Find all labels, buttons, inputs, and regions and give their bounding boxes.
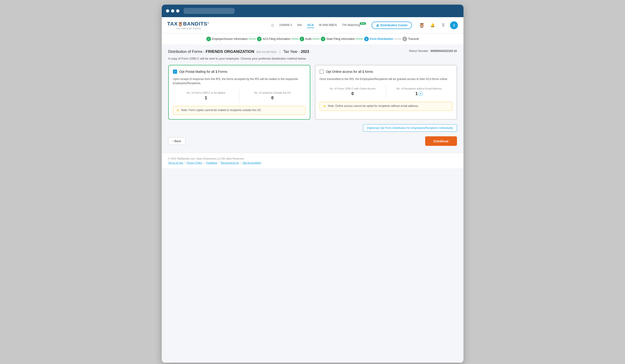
nav-links: ⌂ 1099/W-2 94x ACA W-9/W-8BEN TIN Matchi… bbox=[271, 21, 458, 29]
return-number: Return Number - 6N000442422102-10 bbox=[409, 49, 457, 53]
online-card-stats: No. of Forms 1095-C with Online Access 0… bbox=[320, 85, 452, 98]
optional-btn-row: (Optional) Opt Form Distribution for emp… bbox=[168, 124, 457, 132]
online-note-icon: ⚑ bbox=[323, 105, 326, 108]
tin-new-badge: New bbox=[360, 22, 366, 25]
online-card-title: Opt Online access for all 1 forms bbox=[326, 70, 373, 74]
footer-accessibility-link[interactable]: Site Accessibility bbox=[242, 161, 261, 164]
online-card-header: Opt Online access for all 1 forms bbox=[320, 70, 452, 74]
online-access-card: Opt Online access for all 1 forms Once t… bbox=[315, 65, 457, 120]
step-label-audit: Audit bbox=[305, 37, 312, 41]
connector-5 bbox=[394, 39, 402, 39]
postal-card-title: Opt Postal Mailing for all 1 Forms bbox=[179, 70, 227, 74]
printer-icon bbox=[376, 24, 379, 27]
step-num-form-dist: 5 bbox=[364, 37, 369, 41]
connector-3 bbox=[312, 39, 320, 39]
page-header: Distribution of Forms - FRIENDS ORGANIZA… bbox=[168, 49, 457, 54]
distribution-center-button[interactable]: Distribution Center bbox=[372, 22, 412, 29]
app-container: TAX🦉BANDITS© Your 1099 & W2 Experts ⌂ 10… bbox=[162, 17, 464, 363]
bell-icon-button[interactable]: 🔔 bbox=[429, 21, 437, 29]
online-note-box: ⚑ Note: Online access cannot be opted fo… bbox=[320, 102, 452, 111]
step-label-form-dist: Form Distribution bbox=[370, 37, 393, 41]
postal-checkbox[interactable]: ✓ bbox=[173, 70, 177, 74]
online-stat-no-email: No. of Recipients without Email Address … bbox=[386, 85, 452, 98]
page-content: Distribution of Forms - FRIENDS ORGANIZA… bbox=[162, 45, 464, 153]
postal-stat-outside-us: No. of recipients Outside the US 0 bbox=[239, 89, 306, 102]
footer-feedback-link[interactable]: Feedback bbox=[206, 161, 217, 164]
nav-icons: 🦉 🔔 ⠿ J bbox=[418, 21, 458, 29]
step-aca-filing: ACA Filing Information bbox=[257, 37, 290, 41]
browser-window: TAX🦉BANDITS© Your 1099 & W2 Experts ⌂ 10… bbox=[162, 5, 464, 363]
step-audit: Audit bbox=[300, 37, 312, 41]
footer-privacy-link[interactable]: Privacy Policy bbox=[187, 161, 202, 164]
step-check-state bbox=[321, 37, 325, 41]
online-checkbox[interactable] bbox=[320, 70, 324, 74]
postal-stat-mailed: No. of Forms 1095-C to be Mailed 1 bbox=[173, 89, 240, 102]
step-label-employer: Employer/Insurer Information bbox=[212, 37, 248, 41]
nav-tin-link[interactable]: TIN Matching New bbox=[342, 22, 367, 28]
bell-icon: 🔔 bbox=[430, 23, 435, 27]
page-footer: © 2024 TaxBandits.com, Span Enterprises … bbox=[162, 153, 464, 168]
step-transmit: 6 Transmit bbox=[403, 37, 419, 41]
browser-addressbar bbox=[184, 8, 235, 14]
connector-1 bbox=[249, 39, 256, 39]
footer-links: Terms of Use | Privacy Policy | Feedback… bbox=[168, 161, 457, 164]
nav-w9-link[interactable]: W-9/W-8BEN bbox=[318, 22, 338, 28]
grid-icon-button[interactable]: ⠿ bbox=[439, 21, 447, 29]
footer-copyright: © 2024 TaxBandits.com, Span Enterprises … bbox=[168, 157, 457, 160]
user-avatar-button[interactable]: J bbox=[450, 21, 458, 29]
logo-tagline: Your 1099 & W2 Experts bbox=[175, 27, 201, 30]
postal-note-icon: ⚑ bbox=[176, 109, 179, 112]
postal-card-header: ✓ Opt Postal Mailing for all 1 Forms bbox=[173, 70, 306, 74]
step-label-state: State Filing Information bbox=[326, 37, 355, 41]
top-nav: TAX🦉BANDITS© Your 1099 & W2 Experts ⌂ 10… bbox=[162, 17, 464, 33]
connector-2 bbox=[291, 39, 299, 39]
logo-area: TAX🦉BANDITS© Your 1099 & W2 Experts bbox=[167, 21, 209, 30]
page-subtitle: A copy of Form 1095-C will be sent to yo… bbox=[168, 57, 457, 60]
nav-aca-link[interactable]: ACA bbox=[307, 22, 314, 28]
postal-check-icon: ✓ bbox=[174, 70, 176, 73]
nav-home-link[interactable]: ⌂ bbox=[271, 21, 274, 29]
browser-dot-yellow bbox=[171, 9, 174, 13]
step-progress: Employer/Insurer Information ACA Filing … bbox=[162, 33, 464, 45]
browser-dot-green bbox=[176, 9, 179, 13]
connector-4 bbox=[356, 39, 363, 39]
postal-card-stats: No. of Forms 1095-C to be Mailed 1 No. o… bbox=[173, 89, 306, 102]
footer-recommend-link[interactable]: Recommend Us bbox=[221, 161, 239, 164]
back-button[interactable]: ‹ Back bbox=[168, 137, 186, 145]
step-num-transmit: 6 bbox=[403, 37, 407, 41]
distribution-cards: ✓ Opt Postal Mailing for all 1 Forms Upo… bbox=[168, 65, 457, 120]
page-title: Distribution of Forms - FRIENDS ORGANIZA… bbox=[168, 49, 309, 54]
add-email-button[interactable]: + bbox=[419, 92, 423, 96]
footer-terms-link[interactable]: Terms of Use bbox=[168, 161, 183, 164]
grid-icon: ⠿ bbox=[442, 23, 445, 28]
online-stat-access: No. of Forms 1095-C with Online Access 0 bbox=[320, 85, 386, 98]
step-state-filing: State Filing Information bbox=[321, 37, 355, 41]
step-employer: Employer/Insurer Information bbox=[206, 37, 248, 41]
continue-button[interactable]: Continue bbox=[425, 136, 457, 146]
step-check-audit bbox=[300, 37, 304, 41]
optional-distribution-button[interactable]: (Optional) Opt Form Distribution for emp… bbox=[363, 124, 457, 132]
postal-mailing-card: ✓ Opt Postal Mailing for all 1 Forms Upo… bbox=[168, 65, 310, 120]
step-form-distribution: 5 Form Distribution bbox=[364, 37, 393, 41]
nav-94x-link[interactable]: 94x bbox=[297, 22, 303, 28]
step-label-transmit: Transmit bbox=[408, 37, 419, 41]
nav-1099w2-link[interactable]: 1099/W-2 bbox=[279, 22, 293, 28]
postal-note-box: ⚑ Note: Form copies cannot be mailed to … bbox=[173, 106, 306, 115]
step-label-aca: ACA Filing Information bbox=[262, 37, 290, 41]
step-check-aca bbox=[257, 37, 262, 41]
online-card-description: Once transmitted to the IRS, the Employe… bbox=[320, 77, 452, 81]
logo: TAX🦉BANDITS© bbox=[167, 21, 209, 27]
browser-dot-red bbox=[166, 9, 169, 13]
browser-titlebar bbox=[162, 5, 464, 17]
postal-card-description: Upon receipt of response form the IRS, t… bbox=[173, 77, 306, 85]
step-check-employer bbox=[206, 37, 211, 41]
nav-buttons: ‹ Back Continue bbox=[168, 136, 457, 146]
owl-icon-button[interactable]: 🦉 bbox=[418, 21, 426, 29]
